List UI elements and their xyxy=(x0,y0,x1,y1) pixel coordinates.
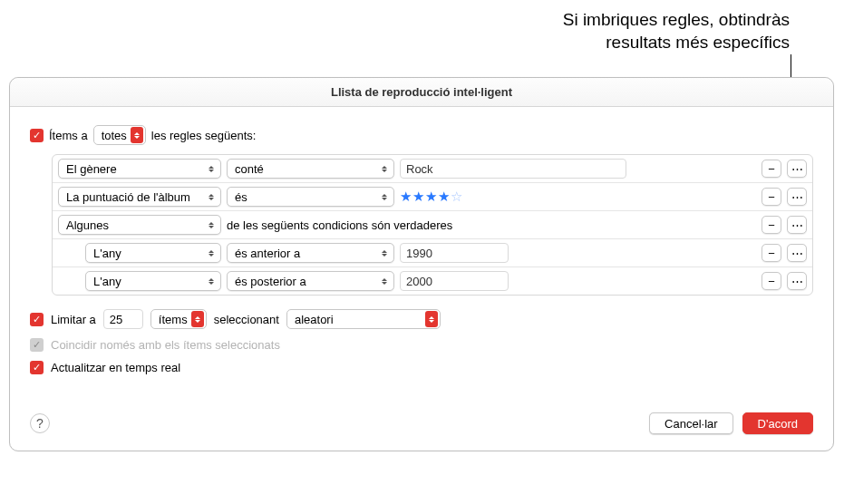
remove-rule-button[interactable]: − xyxy=(762,244,781,262)
annotation-line1: Si imbriques regles, obtindràs xyxy=(563,9,790,32)
rule-field-select[interactable]: L'any xyxy=(85,271,221,291)
match-checked-checkbox: ✓ xyxy=(30,338,44,352)
match-checkbox[interactable]: ✓ xyxy=(30,129,44,142)
match-prefix: Ítems a xyxy=(49,129,88,142)
match-mode-value: totes xyxy=(102,129,127,142)
stepper-icon xyxy=(131,127,143,143)
rule-field-select[interactable]: El gènere xyxy=(58,159,221,179)
remove-rule-button[interactable]: − xyxy=(762,160,781,178)
rule-op-select[interactable]: conté xyxy=(227,159,394,179)
rule-value-input[interactable]: Rock xyxy=(400,159,626,179)
rule-more-button[interactable]: ⋯ xyxy=(787,272,807,290)
live-update-label: Actualitzar en temps real xyxy=(51,361,180,374)
rule-more-button[interactable]: ⋯ xyxy=(787,244,807,262)
dialog-content: ✓ Ítems a totes les regles següents: El … xyxy=(10,107,833,400)
rule-group-text: de les següents condicions són verdadere… xyxy=(227,218,452,232)
rule-row: L'anyés anterior a1990−⋯ xyxy=(53,239,812,267)
match-mode-select[interactable]: totes xyxy=(93,125,146,145)
rule-row: El gènerecontéRock−⋯ xyxy=(53,155,812,183)
stepper-icon xyxy=(425,311,438,327)
limit-row: ✓ Limitar a 25 ítems seleccionant aleato… xyxy=(30,309,813,329)
rule-more-button[interactable]: ⋯ xyxy=(787,216,807,234)
limit-unit-select[interactable]: ítems xyxy=(150,309,207,329)
live-update-checkbox[interactable]: ✓ xyxy=(30,361,44,374)
rule-value-input[interactable]: 2000 xyxy=(400,271,509,291)
rule-op-select[interactable]: és posterior a xyxy=(227,271,394,291)
match-checked-row: ✓ Coincidir només amb els ítems seleccio… xyxy=(30,338,813,352)
rule-field-select[interactable]: La puntuació de l'àlbum xyxy=(58,187,221,207)
rule-field-select[interactable]: Algunes xyxy=(58,215,221,235)
dialog-title: Llista de reproducció intel·ligent xyxy=(10,78,833,107)
rating-stars[interactable]: ★★★★☆ xyxy=(400,189,463,205)
limit-label: Limitar a xyxy=(51,313,96,326)
stepper-icon xyxy=(191,311,204,327)
annotation-line2: resultats més específics xyxy=(563,32,790,54)
match-suffix: les regles següents: xyxy=(151,129,257,142)
help-button[interactable]: ? xyxy=(30,413,50,433)
live-update-row: ✓ Actualitzar en temps real xyxy=(30,361,813,374)
rule-op-select[interactable]: és xyxy=(227,187,394,207)
rule-op-select[interactable]: és anterior a xyxy=(227,243,394,263)
match-checked-label: Coincidir només amb els ítems selecciona… xyxy=(51,338,280,352)
match-row: ✓ Ítems a totes les regles següents: xyxy=(30,125,813,145)
rules-container: El gènerecontéRock−⋯La puntuació de l'àl… xyxy=(52,154,813,296)
rule-more-button[interactable]: ⋯ xyxy=(787,160,807,178)
cancel-button[interactable]: Cancel·lar xyxy=(649,412,733,434)
rule-more-button[interactable]: ⋯ xyxy=(787,188,807,206)
limit-count-input[interactable]: 25 xyxy=(103,309,143,329)
limit-selecting-label: seleccionant xyxy=(214,313,279,326)
limit-checkbox[interactable]: ✓ xyxy=(30,313,44,326)
remove-rule-button[interactable]: − xyxy=(762,188,781,206)
remove-rule-button[interactable]: − xyxy=(762,216,781,234)
limit-method-select[interactable]: aleatori xyxy=(286,309,441,329)
dialog-footer: ? Cancel·lar D'acord xyxy=(10,400,833,451)
smart-playlist-dialog: Llista de reproducció intel·ligent ✓ Íte… xyxy=(9,77,834,451)
rule-row: Algunesde les següents condicions són ve… xyxy=(53,211,812,239)
remove-rule-button[interactable]: − xyxy=(762,272,781,290)
rule-field-select[interactable]: L'any xyxy=(85,243,221,263)
rule-row: La puntuació de l'àlbumés★★★★☆−⋯ xyxy=(53,183,812,211)
ok-button[interactable]: D'acord xyxy=(742,412,813,434)
rule-value-input[interactable]: 1990 xyxy=(400,243,509,263)
annotation-text: Si imbriques regles, obtindràs resultats… xyxy=(563,9,790,53)
rule-row: L'anyés posterior a2000−⋯ xyxy=(53,267,812,295)
